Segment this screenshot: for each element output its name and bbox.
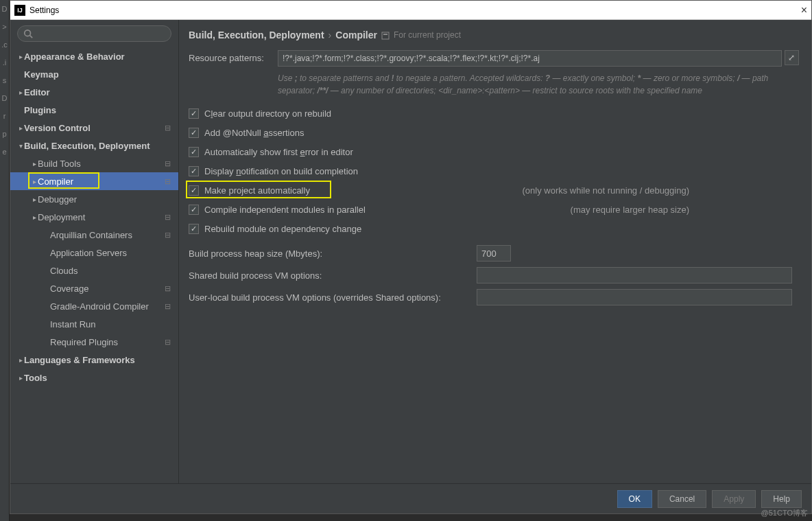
patterns-label: Resource patterns: bbox=[189, 50, 278, 63]
editor-gutter: D>.c.isDrpe bbox=[0, 0, 10, 521]
settings-sidebar: ▸Appearance & BehaviorKeymap▸EditorPlugi… bbox=[10, 20, 179, 483]
sidebar-item-gradle-android-compiler[interactable]: Gradle-Android Compiler⊟ bbox=[10, 297, 178, 315]
parallel-checkbox[interactable] bbox=[189, 205, 199, 215]
sidebar-item-coverage[interactable]: Coverage⊟ bbox=[10, 279, 178, 297]
sidebar-item-tools[interactable]: ▸Tools bbox=[10, 369, 178, 386]
svg-line-1 bbox=[30, 36, 33, 38]
project-scope-icon: ⊟ bbox=[165, 159, 174, 168]
patterns-help: Use ; to separate patterns and ! to nega… bbox=[278, 72, 799, 97]
sidebar-item-label: Application Servers bbox=[50, 248, 165, 258]
sidebar-item-deployment[interactable]: ▸Deployment⊟ bbox=[10, 208, 178, 226]
sidebar-item-required-plugins[interactable]: Required Plugins⊟ bbox=[10, 333, 178, 351]
shared-vm-input[interactable] bbox=[477, 267, 792, 283]
settings-tree[interactable]: ▸Appearance & BehaviorKeymap▸EditorPlugi… bbox=[10, 47, 178, 483]
breadcrumb: Build, Execution, Deployment › Compiler … bbox=[189, 30, 799, 40]
sidebar-item-label: Compiler bbox=[38, 176, 165, 187]
chevron-icon: ▸ bbox=[17, 374, 24, 382]
watermark: @51CTO博客 bbox=[761, 508, 808, 518]
project-scope-icon: ⊟ bbox=[165, 231, 174, 240]
project-scope-icon: ⊟ bbox=[165, 213, 174, 222]
chevron-icon: ▸ bbox=[31, 160, 38, 167]
apply-button[interactable]: Apply bbox=[712, 490, 756, 508]
sidebar-item-label: Plugins bbox=[24, 105, 165, 115]
shared-vm-label: Shared build process VM options: bbox=[189, 270, 477, 281]
rebuild-checkbox[interactable] bbox=[189, 224, 199, 234]
titlebar: IJ Settings × bbox=[10, 1, 811, 20]
sidebar-item-label: Editor bbox=[24, 87, 165, 97]
chevron-icon: ▸ bbox=[31, 213, 38, 221]
sidebar-item-label: Keymap bbox=[24, 69, 165, 80]
sidebar-item-label: Required Plugins bbox=[50, 337, 165, 347]
chevron-icon: ▸ bbox=[17, 89, 24, 96]
sidebar-item-debugger[interactable]: ▸Debugger bbox=[10, 190, 178, 208]
sidebar-item-label: Debugger bbox=[38, 194, 165, 205]
expand-icon[interactable]: ⤢ bbox=[785, 50, 799, 65]
sidebar-item-label: Languages & Frameworks bbox=[24, 355, 165, 365]
project-scope-icon: ⊟ bbox=[165, 177, 174, 186]
window-title: Settings bbox=[29, 5, 59, 15]
resource-patterns-input[interactable] bbox=[278, 50, 782, 67]
sidebar-item-label: Tools bbox=[24, 373, 165, 383]
search-icon bbox=[23, 29, 33, 38]
sidebar-item-clouds[interactable]: Clouds bbox=[10, 262, 178, 279]
chevron-icon: ▸ bbox=[17, 356, 24, 364]
settings-dialog: IJ Settings × ▸Appearance & BehaviorKeym… bbox=[10, 0, 812, 514]
sidebar-item-label: Version Control bbox=[24, 123, 165, 133]
sidebar-item-label: Instant Run bbox=[50, 319, 165, 329]
sidebar-item-version-control[interactable]: ▸Version Control⊟ bbox=[10, 119, 178, 137]
dialog-footer: OK Cancel Apply Help bbox=[10, 483, 811, 513]
sidebar-item-arquillian-containers[interactable]: Arquillian Containers⊟ bbox=[10, 226, 178, 244]
autoshow-checkbox[interactable] bbox=[189, 147, 199, 157]
close-icon[interactable]: × bbox=[801, 4, 807, 16]
project-icon bbox=[381, 31, 390, 39]
sidebar-item-label: Appearance & Behavior bbox=[24, 51, 165, 62]
project-scope-icon: ⊟ bbox=[165, 124, 174, 132]
sidebar-item-appearance-behavior[interactable]: ▸Appearance & Behavior bbox=[10, 47, 178, 65]
svg-point-0 bbox=[25, 30, 31, 36]
sidebar-item-build-execution-deployment[interactable]: ▾Build, Execution, Deployment bbox=[10, 137, 178, 154]
sidebar-item-label: Build, Execution, Deployment bbox=[24, 141, 165, 151]
app-icon: IJ bbox=[14, 5, 25, 16]
ok-button[interactable]: OK bbox=[617, 490, 652, 508]
svg-rect-2 bbox=[382, 32, 389, 39]
sidebar-item-label: Deployment bbox=[38, 212, 165, 222]
sidebar-item-instant-run[interactable]: Instant Run bbox=[10, 315, 178, 333]
make-auto-checkbox[interactable] bbox=[189, 185, 199, 196]
help-button[interactable]: Help bbox=[761, 490, 802, 508]
notify-checkbox[interactable] bbox=[189, 166, 199, 176]
svg-rect-3 bbox=[383, 34, 387, 35]
sidebar-item-label: Clouds bbox=[50, 266, 165, 276]
user-vm-input[interactable] bbox=[477, 289, 792, 305]
clear-output-checkbox[interactable] bbox=[189, 108, 199, 119]
project-scope-icon: ⊟ bbox=[165, 338, 174, 347]
project-scope-icon: ⊟ bbox=[165, 284, 174, 293]
sidebar-item-keymap[interactable]: Keymap bbox=[10, 65, 178, 83]
sidebar-item-label: Arquillian Containers bbox=[50, 230, 165, 240]
heap-label: Build process heap size (Mbytes): bbox=[189, 248, 477, 259]
sidebar-item-label: Coverage bbox=[50, 283, 165, 294]
chevron-icon: ▾ bbox=[17, 142, 24, 150]
sidebar-item-languages-frameworks[interactable]: ▸Languages & Frameworks bbox=[10, 351, 178, 369]
sidebar-item-plugins[interactable]: Plugins bbox=[10, 101, 178, 119]
project-scope-icon: ⊟ bbox=[165, 302, 174, 311]
search-input[interactable] bbox=[17, 25, 171, 42]
settings-main: Build, Execution, Deployment › Compiler … bbox=[179, 20, 811, 483]
notnull-checkbox[interactable] bbox=[189, 128, 199, 138]
user-vm-label: User-local build process VM options (ove… bbox=[189, 292, 477, 303]
sidebar-item-label: Build Tools bbox=[38, 159, 165, 169]
chevron-icon: ▸ bbox=[17, 53, 24, 60]
chevron-icon: ▸ bbox=[17, 124, 24, 132]
sidebar-item-compiler[interactable]: ▸Compiler⊟ bbox=[10, 172, 178, 190]
sidebar-item-editor[interactable]: ▸Editor bbox=[10, 83, 178, 101]
heap-input[interactable] bbox=[477, 245, 511, 262]
sidebar-item-application-servers[interactable]: Application Servers bbox=[10, 244, 178, 262]
sidebar-item-label: Gradle-Android Compiler bbox=[50, 301, 165, 312]
chevron-icon: ▸ bbox=[31, 196, 38, 203]
sidebar-item-build-tools[interactable]: ▸Build Tools⊟ bbox=[10, 154, 178, 172]
chevron-icon: ▸ bbox=[31, 178, 38, 185]
cancel-button[interactable]: Cancel bbox=[658, 490, 706, 508]
